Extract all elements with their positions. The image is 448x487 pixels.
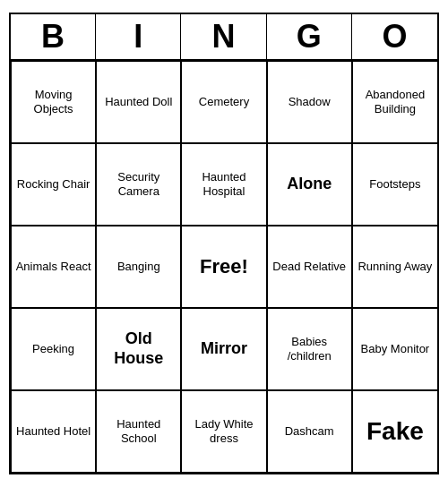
bingo-cell: Banging bbox=[96, 226, 181, 308]
bingo-cell: Peeking bbox=[11, 308, 96, 390]
bingo-cell: Haunted Hospital bbox=[181, 143, 266, 226]
bingo-header: BINGO bbox=[11, 14, 437, 61]
bingo-cell: Moving Objects bbox=[11, 61, 96, 143]
bingo-cell: Mirror bbox=[181, 308, 266, 390]
bingo-cell: Baby Monitor bbox=[352, 308, 437, 390]
bingo-cell: Lady White dress bbox=[181, 390, 266, 473]
bingo-cell: Rocking Chair bbox=[11, 143, 96, 226]
bingo-cell: Running Away bbox=[352, 226, 437, 308]
bingo-cell: Free! bbox=[181, 226, 266, 308]
bingo-grid: Moving ObjectsHaunted DollCemeteryShadow… bbox=[11, 61, 437, 473]
bingo-cell: Abandoned Building bbox=[352, 61, 437, 143]
bingo-cell: Shadow bbox=[267, 61, 352, 143]
bingo-cell: Footsteps bbox=[352, 143, 437, 226]
bingo-cell: Haunted School bbox=[96, 390, 181, 473]
bingo-cell: Cemetery bbox=[181, 61, 266, 143]
bingo-cell: Old House bbox=[96, 308, 181, 390]
bingo-cell: Animals React bbox=[11, 226, 96, 308]
bingo-cell: Dead Relative bbox=[267, 226, 352, 308]
header-letter: G bbox=[267, 14, 352, 59]
bingo-cell: Babies /children bbox=[267, 308, 352, 390]
header-letter: I bbox=[96, 14, 181, 59]
bingo-cell: Fake bbox=[352, 390, 437, 473]
bingo-card: BINGO Moving ObjectsHaunted DollCemetery… bbox=[9, 13, 439, 474]
bingo-cell: Security Camera bbox=[96, 143, 181, 226]
bingo-cell: Dashcam bbox=[267, 390, 352, 473]
header-letter: O bbox=[352, 14, 437, 59]
bingo-cell: Alone bbox=[267, 143, 352, 226]
header-letter: B bbox=[11, 14, 96, 59]
header-letter: N bbox=[181, 14, 266, 59]
bingo-cell: Haunted Doll bbox=[96, 61, 181, 143]
bingo-cell: Haunted Hotel bbox=[11, 390, 96, 473]
